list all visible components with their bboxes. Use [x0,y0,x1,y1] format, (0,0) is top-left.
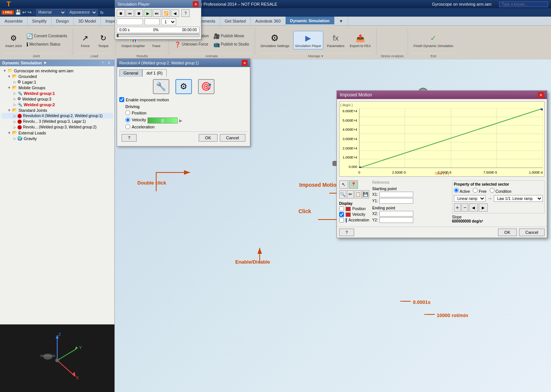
player-slider-thumb[interactable] [117,34,119,37]
player-step-fwd-btn[interactable]: ⏭ [153,9,161,17]
tab-dof1[interactable]: dof 1 (R) [142,69,167,77]
mechanism-status-btn[interactable]: ℹ Mechanism Status [25,41,68,48]
law-type-dropdown[interactable]: Linear ramp [454,195,486,202]
display-position-check[interactable] [339,206,344,211]
tree-item-rev3[interactable]: ▷ ⬤ Revolu... 3 (Welded group:3, Lagar:1… [2,119,113,124]
panel-close-btn[interactable]: ✕ [106,61,112,65]
tab-more[interactable]: ▼ [335,17,348,25]
tree-item-welded3[interactable]: ▷ ⚙ Welded group:3 [2,96,113,102]
tab-autodesk360[interactable]: Autodesk 360 [251,17,285,25]
law-minus-btn[interactable]: − [461,203,468,212]
simulation-settings-btn[interactable]: ⚙ Simulation Settings [259,31,291,49]
law-nav-right[interactable]: ▶ [479,203,488,212]
x1-field[interactable]: 0 s [379,192,413,197]
simulation-player-header[interactable]: Simulation Player ✕ [115,0,201,8]
player-steps-field[interactable]: 860 [145,18,160,25]
sim-player-close[interactable]: ✕ [193,1,199,7]
tool-btn-save[interactable]: 💾 [362,190,370,198]
export-fea-btn[interactable]: 📤 Export to FEA [348,31,372,49]
tool-btn-zoom[interactable]: 🔍 [339,190,346,198]
rev-dialog-close[interactable]: ✕ [242,60,248,66]
tree-item-rev4[interactable]: ▷ ⬤ Revolution:4 (Welded group:2, Welded… [2,113,113,119]
simulation-player-btn[interactable]: ▶ Simulation Player [293,31,323,49]
joint-type-btn1[interactable]: 🔧 [153,79,169,94]
radio-velocity-input[interactable] [125,117,130,122]
player-help-btn[interactable]: ? [181,9,190,17]
player-increment-select[interactable]: 1 [161,18,176,25]
tree-item-external[interactable]: ▼ 📂 External Loads [2,130,113,136]
imposed-dialog-close[interactable]: ✕ [538,92,544,98]
tool-btn-edit[interactable]: ✏ [347,190,354,198]
rev-dialog-help-btn[interactable]: ? [122,134,137,142]
player-loop-btn[interactable]: 🔁 [162,9,170,17]
tree-label-welded3: Welded group:3 [22,97,51,101]
velocity-bar[interactable]: ||| [148,117,178,124]
material-dropdown[interactable]: Material [36,9,66,16]
tree-item-mobile[interactable]: ▼ 📂 Mobile Groups [2,85,113,90]
convert-constraints-btn[interactable]: 🔄 Convert Constraints [25,32,68,40]
display-velocity-check[interactable] [339,212,344,217]
undo-btn[interactable]: ↩ [22,9,26,15]
law-label-dropdown[interactable]: Law 1/1: Linear ramp [494,195,543,202]
appearance-dropdown[interactable]: Appearance [67,9,97,16]
tool-btn-copy[interactable]: 📋 [355,190,362,198]
rev-dialog-ok-btn[interactable]: OK [199,134,218,142]
radio-acceleration-input[interactable] [125,124,130,129]
imposed-cancel-btn[interactable]: Cancel [519,229,545,236]
tree-item-root[interactable]: ▼ 📁 Gyroscope on revolving arm.iam [2,68,113,73]
tab-simplify[interactable]: Simplify [27,17,52,25]
joint-type-btn3[interactable]: 🎯 [198,79,215,94]
revolution-dialog-header[interactable]: Revolution:4 (Welded group:2, Welded gro… [117,59,250,67]
player-play-btn[interactable]: ▶ [144,9,152,17]
imposed-ok-btn[interactable]: OK [498,229,517,236]
force-btn[interactable]: ↗ Force [77,31,93,49]
tree-item-rev2[interactable]: ▷ ⬤ Revolu... (Welded group:3, Welded gr… [2,124,113,130]
imposed-dialog-header[interactable]: Imposed Motion ✕ [337,91,547,99]
y1-field[interactable]: 0 deg/s [379,198,413,204]
panel-help-btn[interactable]: ? [100,61,105,65]
torque-btn[interactable]: ↻ Torque [95,31,111,49]
player-record-btn[interactable]: ⏺ [117,9,125,17]
rev-dialog-cancel-btn[interactable]: Cancel [220,134,245,142]
player-time-field[interactable]: 8.600 s [117,18,143,25]
publish-movie-btn[interactable]: 🎥 Publish Movie [212,32,251,40]
tab-3dmodel[interactable]: 3D Model [74,17,101,25]
joint-type-btn2[interactable]: ⚙ [175,79,192,94]
property-free-radio[interactable] [473,188,478,193]
tool-btn-cursor[interactable]: ↖ [339,180,348,189]
tree-item-welded1[interactable]: ▷ 🔩 Welded group:1 [2,90,113,96]
insert-joint-btn[interactable]: ⚙ Insert Joint [4,31,23,49]
tab-dynamic-sim[interactable]: Dynamic Simulation [286,17,335,25]
enable-imposed-checkbox[interactable] [119,97,124,102]
law-add-btn[interactable]: + [454,203,461,212]
imposed-help-btn[interactable]: ? [339,229,354,236]
redo-btn[interactable]: ↪ [27,9,32,15]
tree-item-welded2[interactable]: ▷ 🔩 Welded group:2 [2,102,113,107]
player-reverse-btn[interactable]: ◀ [171,9,179,17]
tab-getstarted[interactable]: Get Started [220,17,251,25]
tab-general[interactable]: General [119,69,142,77]
property-active-radio[interactable] [454,188,459,193]
save-btn[interactable]: 💾 [15,9,21,15]
tree-item-grounded[interactable]: ▼ 📂 Grounded [2,73,113,79]
player-stop-btn[interactable]: ⏹ [135,9,143,17]
tool-btn-reference[interactable]: 📍 [349,180,358,189]
law-nav-left[interactable]: ◀ [469,203,478,212]
player-slider[interactable] [117,34,199,37]
player-skip-start-btn[interactable]: ⏮ [126,9,134,17]
unknown-force-btn[interactable]: ❓ Unknown Force [173,41,210,48]
publish-studio-btn[interactable]: 📺 Publish to Studio [212,41,251,48]
tree-item-lagar1[interactable]: ▷ ⚙ Lagar:1 [2,79,113,85]
x2-field[interactable]: 0.0001 s [379,211,413,217]
finish-dynamic-sim-btn[interactable]: ✓ Finish Dynamic Simulation [412,31,455,49]
parameters-btn[interactable]: fx Parameters [326,31,346,49]
property-condition-radio[interactable] [490,188,495,193]
display-acceleration-check[interactable] [339,218,344,223]
y2-field[interactable]: 60000 deg/s [379,217,413,223]
tree-item-gravity[interactable]: ▷ 🌍 Gravity [2,136,113,141]
search-input[interactable] [499,2,548,7]
tab-design[interactable]: Design [52,17,74,25]
tree-item-standard[interactable]: ▼ 📂 Standard Joints [2,107,113,113]
tab-assemble[interactable]: Assemble [0,17,27,25]
radio-position-input[interactable] [125,110,130,115]
